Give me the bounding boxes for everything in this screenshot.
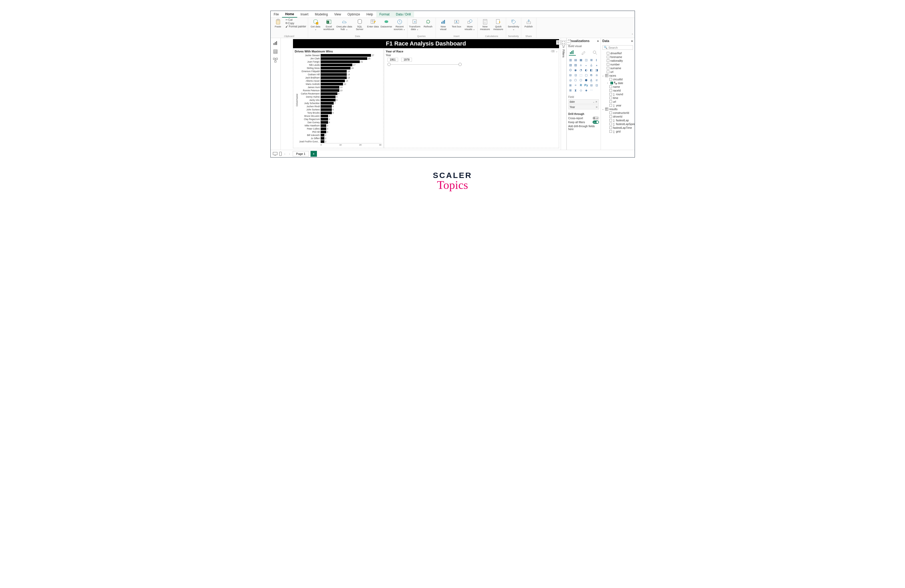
field-item[interactable]: circuitId (602, 78, 634, 81)
viz-type-tile[interactable]: ▨ (573, 63, 578, 67)
slicer-visual[interactable]: ⌫ ⌄ Year of Race Year 1951 1978 (384, 49, 559, 148)
checkbox[interactable] (610, 115, 612, 118)
viz-type-tile[interactable]: ⌬ (568, 68, 573, 72)
field-item[interactable]: constructorId (602, 111, 634, 115)
table-view-icon[interactable] (273, 49, 278, 54)
quick-measure-button[interactable]: Quick measure (492, 18, 504, 30)
field-item[interactable]: ∑fastestLap (602, 119, 634, 122)
viz-type-tile[interactable]: ⩍ (579, 63, 583, 67)
onelake-button[interactable]: OneLake data hub ⌄ (337, 18, 352, 30)
viz-type-tile[interactable]: ◔ (579, 68, 583, 72)
next-page-button[interactable]: › (288, 152, 291, 155)
field-item[interactable]: ∑grid (602, 130, 634, 133)
copy-button[interactable]: ⧉Copy (286, 22, 294, 25)
viz-type-tile[interactable]: A̲ (589, 78, 594, 82)
keep-filters-toggle[interactable]: On (592, 120, 599, 124)
checkbox[interactable]: ✓ (610, 82, 613, 84)
viz-type-tile[interactable]: ⩊ (584, 63, 588, 67)
checkbox[interactable] (610, 93, 612, 95)
ribbon-collapse-button[interactable]: ˆ (632, 33, 633, 37)
get-data-button[interactable]: Get data ⌄ (310, 18, 321, 30)
field-item[interactable]: url (602, 70, 634, 74)
viz-type-tile[interactable]: ⧈ (594, 73, 599, 77)
checkbox[interactable] (610, 89, 612, 92)
sensitivity-button[interactable]: Sensitivity ⌄ (508, 18, 519, 30)
tab-data-drill[interactable]: Data / Drill (393, 11, 414, 17)
viz-type-tile[interactable]: ⌗ (573, 83, 578, 87)
field-item[interactable]: ∑round (602, 92, 634, 96)
viz-type-tile[interactable]: ◈ (584, 88, 588, 92)
dataverse-button[interactable]: Dataverse (381, 18, 392, 28)
viz-type-tile[interactable]: ⬢ (584, 78, 588, 82)
field-slot-date[interactable]: date⌄ ✕ (568, 99, 599, 104)
viz-type-tile[interactable]: ▦ (579, 58, 583, 62)
viz-type-tile[interactable]: ▢ (584, 73, 588, 77)
add-page-button[interactable]: + (311, 151, 317, 157)
slicer-min-input[interactable]: 1951 (387, 58, 398, 62)
checkbox[interactable] (607, 52, 610, 55)
checkbox[interactable] (607, 63, 610, 66)
viz-type-tile[interactable]: ◇ (579, 88, 583, 92)
page-tab-1[interactable]: Page 1 (293, 151, 309, 157)
viz-type-tile[interactable]: ⎚ (594, 78, 599, 82)
checkbox[interactable] (607, 59, 610, 62)
new-measure-button[interactable]: New measure (479, 18, 491, 30)
slicer-max-input[interactable]: 1978 (401, 58, 412, 62)
checkbox[interactable] (607, 67, 610, 70)
viz-type-tile[interactable]: ◨ (594, 68, 599, 72)
field-item[interactable]: number (602, 62, 634, 66)
filter-visual-icon[interactable]: ▽ (556, 40, 560, 45)
field-item[interactable]: driverId (602, 115, 634, 119)
viz-type-tile[interactable]: ⟁ (594, 63, 599, 67)
viz-type-tile[interactable]: ⊟ (589, 83, 594, 87)
more-visuals-button[interactable]: More visuals ⌄ (464, 18, 476, 30)
collapse-pane-icon[interactable]: » (631, 39, 633, 43)
viz-type-tile[interactable]: ◫ (584, 58, 588, 62)
field-slot-year[interactable]: Year✕ (568, 105, 599, 109)
field-item[interactable]: time (602, 96, 634, 100)
publish-button[interactable]: Publish (523, 18, 535, 28)
desktop-layout-icon[interactable] (273, 152, 278, 156)
enter-data-button[interactable]: Enter data (367, 18, 379, 28)
tab-file[interactable]: File (271, 11, 282, 17)
field-item[interactable]: name (602, 85, 634, 89)
field-item[interactable]: surname (602, 66, 634, 70)
format-visual-tab[interactable] (580, 49, 587, 55)
tab-optimize[interactable]: Optimize (345, 11, 363, 17)
model-view-icon[interactable] (273, 58, 278, 62)
checkbox[interactable] (610, 86, 612, 88)
more-options-icon[interactable]: ⋯ (566, 40, 571, 45)
text-box-button[interactable]: AText box (451, 18, 462, 28)
viz-type-tile[interactable]: ⫿ (594, 58, 599, 62)
viz-type-tile[interactable]: ▥ (568, 58, 573, 62)
tab-modeling[interactable]: Modeling (311, 11, 331, 17)
transform-data-button[interactable]: Transform data ⌄ (409, 18, 421, 30)
field-item[interactable]: driverRef (602, 51, 634, 55)
paste-button[interactable]: Paste (272, 18, 284, 28)
report-canvas[interactable]: F1 Race Analysis Dashboard ▽ ⛶ ⋯ Drives … (281, 38, 560, 150)
field-item[interactable]: fastestLapTime (602, 126, 634, 130)
viz-type-tile[interactable]: ⧗ (573, 88, 578, 92)
checkbox[interactable] (607, 55, 610, 58)
viz-type-tile[interactable]: ⊞ (568, 83, 573, 87)
checkbox[interactable] (610, 123, 612, 125)
search-input[interactable]: 🔍 Search (602, 45, 633, 50)
refresh-button[interactable]: Refresh (422, 18, 434, 28)
analytics-tab[interactable] (591, 49, 598, 55)
viz-type-tile[interactable]: ⊡ (594, 83, 599, 87)
checkbox[interactable] (610, 104, 612, 107)
tab-view[interactable]: View (331, 11, 345, 17)
cut-button[interactable]: ✂Cut (286, 18, 293, 21)
checkbox[interactable] (610, 100, 612, 103)
report-view-icon[interactable] (273, 41, 278, 46)
viz-type-tile[interactable]: ▧ (568, 63, 573, 67)
checkbox[interactable] (610, 119, 612, 122)
tab-home[interactable]: Home (282, 11, 297, 17)
checkbox[interactable] (610, 97, 612, 99)
field-item[interactable]: ∑year (602, 103, 634, 107)
field-item[interactable]: nationality (602, 59, 634, 62)
table-header[interactable]: ⌄races (602, 74, 634, 78)
excel-button[interactable]: XExcel workbook (323, 18, 335, 30)
field-item[interactable]: url (602, 100, 634, 103)
checkbox[interactable] (610, 111, 612, 114)
